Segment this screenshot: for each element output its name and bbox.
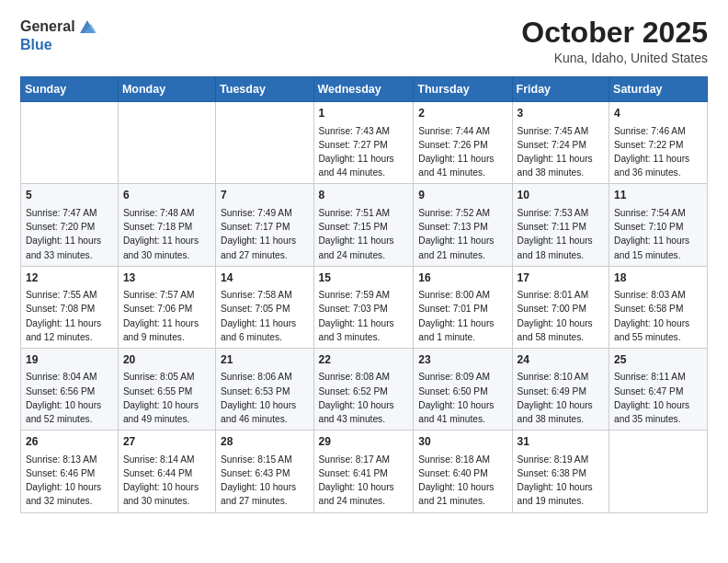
day-number: 26: [26, 434, 113, 450]
calendar-cell: 24Sunrise: 8:10 AMSunset: 6:49 PMDayligh…: [512, 348, 609, 430]
logo-blue: Blue: [20, 37, 52, 53]
day-number: 27: [123, 434, 210, 450]
day-number: 16: [418, 270, 506, 286]
day-info: Sunrise: 7:54 AMSunset: 7:10 PMDaylight:…: [614, 208, 689, 260]
day-number: 28: [221, 434, 308, 450]
day-number: 9: [418, 188, 506, 203]
day-info: Sunrise: 8:10 AMSunset: 6:49 PMDaylight:…: [518, 372, 593, 424]
day-info: Sunrise: 8:17 AMSunset: 6:41 PMDaylight:…: [319, 454, 394, 507]
col-wednesday: Wednesday: [313, 77, 414, 102]
calendar-cell: 26Sunrise: 8:13 AMSunset: 6:46 PMDayligh…: [21, 431, 119, 512]
calendar-cell: 1Sunrise: 7:43 AMSunset: 7:27 PMDaylight…: [313, 102, 414, 184]
day-number: 22: [319, 352, 409, 368]
day-number: 5: [26, 188, 113, 203]
calendar-cell: 6Sunrise: 7:48 AMSunset: 7:18 PMDaylight…: [118, 184, 215, 266]
day-number: 15: [319, 270, 409, 286]
calendar-cell: 21Sunrise: 8:06 AMSunset: 6:53 PMDayligh…: [216, 348, 313, 430]
day-number: 8: [319, 188, 409, 203]
day-number: 6: [123, 188, 210, 203]
day-info: Sunrise: 7:46 AMSunset: 7:22 PMDaylight:…: [614, 126, 689, 178]
day-info: Sunrise: 7:55 AMSunset: 7:08 PMDaylight:…: [26, 290, 101, 342]
header: General Blue October 2025 Kuna, Idaho, U…: [20, 17, 708, 65]
calendar-week-4: 19Sunrise: 8:04 AMSunset: 6:56 PMDayligh…: [21, 348, 708, 430]
calendar-cell: [21, 102, 119, 184]
calendar-week-1: 1Sunrise: 7:43 AMSunset: 7:27 PMDaylight…: [21, 102, 708, 184]
calendar-cell: 3Sunrise: 7:45 AMSunset: 7:24 PMDaylight…: [512, 102, 609, 184]
col-friday: Friday: [512, 77, 609, 102]
calendar-cell: 27Sunrise: 8:14 AMSunset: 6:44 PMDayligh…: [118, 431, 215, 512]
title-location: Kuna, Idaho, United States: [521, 51, 708, 65]
logo-icon: [77, 17, 97, 37]
page: General Blue October 2025 Kuna, Idaho, U…: [0, 0, 728, 563]
day-info: Sunrise: 8:00 AMSunset: 7:01 PMDaylight:…: [418, 290, 494, 342]
day-info: Sunrise: 8:03 AMSunset: 6:58 PMDaylight:…: [614, 290, 689, 342]
day-number: 12: [26, 270, 113, 286]
day-info: Sunrise: 7:47 AMSunset: 7:20 PMDaylight:…: [26, 208, 101, 260]
col-saturday: Saturday: [609, 77, 708, 102]
calendar-cell: 22Sunrise: 8:08 AMSunset: 6:52 PMDayligh…: [313, 348, 414, 430]
day-info: Sunrise: 8:01 AMSunset: 7:00 PMDaylight:…: [518, 290, 593, 342]
calendar-week-5: 26Sunrise: 8:13 AMSunset: 6:46 PMDayligh…: [21, 431, 708, 512]
title-block: October 2025 Kuna, Idaho, United States: [521, 17, 708, 65]
day-info: Sunrise: 7:58 AMSunset: 7:05 PMDaylight:…: [221, 290, 296, 342]
calendar-cell: 29Sunrise: 8:17 AMSunset: 6:41 PMDayligh…: [313, 431, 414, 512]
calendar-cell: 14Sunrise: 7:58 AMSunset: 7:05 PMDayligh…: [216, 266, 313, 348]
day-info: Sunrise: 8:11 AMSunset: 6:47 PMDaylight:…: [614, 372, 689, 424]
calendar-cell: 16Sunrise: 8:00 AMSunset: 7:01 PMDayligh…: [414, 266, 512, 348]
day-number: 18: [614, 270, 702, 286]
day-number: 2: [418, 106, 506, 121]
day-info: Sunrise: 7:59 AMSunset: 7:03 PMDaylight:…: [319, 290, 394, 342]
day-info: Sunrise: 8:18 AMSunset: 6:40 PMDaylight:…: [418, 454, 494, 507]
day-info: Sunrise: 8:14 AMSunset: 6:44 PMDaylight:…: [123, 454, 199, 507]
day-number: 13: [123, 270, 210, 286]
calendar-cell: 5Sunrise: 7:47 AMSunset: 7:20 PMDaylight…: [21, 184, 119, 266]
day-number: 25: [614, 352, 702, 368]
day-number: 19: [26, 352, 113, 368]
day-number: 14: [221, 270, 308, 286]
day-info: Sunrise: 7:57 AMSunset: 7:06 PMDaylight:…: [123, 290, 199, 342]
calendar-cell: 30Sunrise: 8:18 AMSunset: 6:40 PMDayligh…: [414, 431, 512, 512]
day-info: Sunrise: 7:49 AMSunset: 7:17 PMDaylight:…: [221, 208, 296, 260]
calendar-cell: 15Sunrise: 7:59 AMSunset: 7:03 PMDayligh…: [313, 266, 414, 348]
col-thursday: Thursday: [414, 77, 512, 102]
day-info: Sunrise: 7:52 AMSunset: 7:13 PMDaylight:…: [418, 208, 494, 260]
day-info: Sunrise: 7:48 AMSunset: 7:18 PMDaylight:…: [123, 208, 199, 260]
col-tuesday: Tuesday: [216, 77, 313, 102]
day-number: 4: [614, 106, 702, 121]
col-monday: Monday: [118, 77, 215, 102]
title-month-year: October 2025: [521, 17, 708, 49]
day-info: Sunrise: 8:06 AMSunset: 6:53 PMDaylight:…: [221, 372, 296, 424]
calendar-cell: 31Sunrise: 8:19 AMSunset: 6:38 PMDayligh…: [512, 431, 609, 512]
calendar-cell: [216, 102, 313, 184]
day-number: 23: [418, 352, 506, 368]
day-number: 10: [518, 188, 604, 203]
day-number: 30: [418, 434, 506, 450]
calendar-cell: 2Sunrise: 7:44 AMSunset: 7:26 PMDaylight…: [414, 102, 512, 184]
day-info: Sunrise: 7:53 AMSunset: 7:11 PMDaylight:…: [518, 208, 593, 260]
day-info: Sunrise: 8:09 AMSunset: 6:50 PMDaylight:…: [418, 372, 494, 424]
calendar-cell: 23Sunrise: 8:09 AMSunset: 6:50 PMDayligh…: [414, 348, 512, 430]
day-number: 24: [518, 352, 604, 368]
day-info: Sunrise: 8:19 AMSunset: 6:38 PMDaylight:…: [518, 454, 593, 507]
calendar-cell: 18Sunrise: 8:03 AMSunset: 6:58 PMDayligh…: [609, 266, 708, 348]
calendar-cell: 11Sunrise: 7:54 AMSunset: 7:10 PMDayligh…: [609, 184, 708, 266]
calendar-cell: 19Sunrise: 8:04 AMSunset: 6:56 PMDayligh…: [21, 348, 119, 430]
calendar-cell: 9Sunrise: 7:52 AMSunset: 7:13 PMDaylight…: [414, 184, 512, 266]
calendar-cell: [118, 102, 215, 184]
calendar-cell: 13Sunrise: 7:57 AMSunset: 7:06 PMDayligh…: [118, 266, 215, 348]
day-number: 7: [221, 188, 308, 203]
calendar-cell: 7Sunrise: 7:49 AMSunset: 7:17 PMDaylight…: [216, 184, 313, 266]
calendar-week-2: 5Sunrise: 7:47 AMSunset: 7:20 PMDaylight…: [21, 184, 708, 266]
calendar-cell: 10Sunrise: 7:53 AMSunset: 7:11 PMDayligh…: [512, 184, 609, 266]
day-number: 3: [518, 106, 604, 121]
day-info: Sunrise: 8:15 AMSunset: 6:43 PMDaylight:…: [221, 454, 296, 507]
day-number: 20: [123, 352, 210, 368]
day-info: Sunrise: 8:04 AMSunset: 6:56 PMDaylight:…: [26, 372, 101, 424]
day-info: Sunrise: 7:51 AMSunset: 7:15 PMDaylight:…: [319, 208, 394, 260]
calendar-week-3: 12Sunrise: 7:55 AMSunset: 7:08 PMDayligh…: [21, 266, 708, 348]
calendar-cell: 28Sunrise: 8:15 AMSunset: 6:43 PMDayligh…: [216, 431, 313, 512]
calendar-header-row: Sunday Monday Tuesday Wednesday Thursday…: [21, 77, 708, 102]
day-number: 11: [614, 188, 702, 203]
calendar-cell: 17Sunrise: 8:01 AMSunset: 7:00 PMDayligh…: [512, 266, 609, 348]
day-number: 1: [319, 106, 409, 121]
